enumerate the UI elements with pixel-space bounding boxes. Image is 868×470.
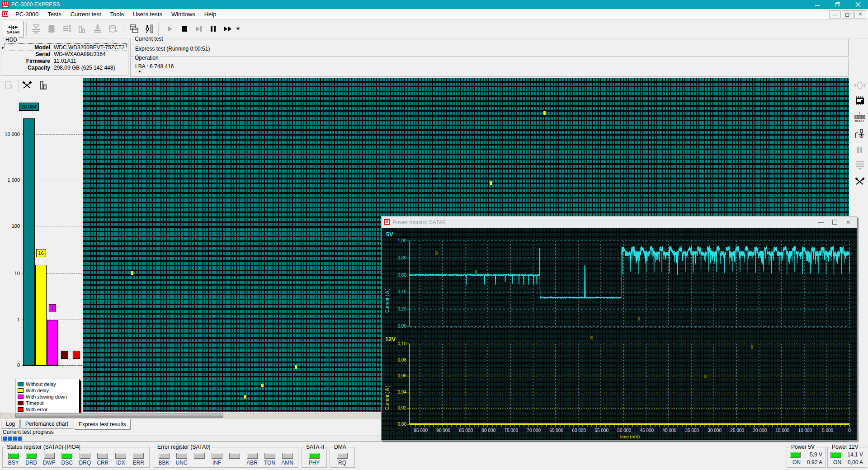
operation-caret-icon[interactable]: ▼ [138,70,142,74]
map-settings-icon[interactable] [21,80,33,91]
fast-forward-icon[interactable] [222,23,234,35]
menu-windows[interactable]: Windows [167,9,200,19]
window-title: PC-3000 EXPRESS [11,1,60,8]
menu-users-tests[interactable]: Users tests [128,9,167,19]
pm-close-icon[interactable]: ✕ [841,217,855,227]
copy-windows-icon[interactable] [127,23,140,35]
pm-dim-delay-block [475,270,477,274]
led-label: DSC [61,460,73,465]
menu-help[interactable]: Help [200,9,221,19]
led-indicator [115,453,126,459]
pm-minimize-icon[interactable]: — [814,217,828,227]
tab-perfomance-chart[interactable]: Perfomance chart [20,419,73,429]
legend-swatch [18,382,24,386]
menu-pc-3000[interactable]: PC-3000 [11,9,43,19]
calibration-tool-icon[interactable] [91,23,104,35]
dma-group: DMARQ [330,447,355,468]
pm-chart-text: -35 000 [684,428,699,433]
map-delay-block [295,365,297,369]
histogram-label-connector [52,311,53,320]
map-delay-block [244,395,246,399]
error-register-led-inf: INF [209,453,225,465]
pm-chart-text: 0,08 [398,357,407,362]
stop-icon[interactable] [178,23,191,35]
led-label: CRR [97,460,108,465]
legend-item-without-delay: Without delay [18,381,77,387]
step-forward-icon[interactable] [193,23,205,35]
led-label: RQ [338,460,346,465]
current-test-group: Current test Express test (Running 0:00:… [130,39,849,57]
defect-list-icon[interactable] [61,23,73,35]
power-12v-title: Power 12V [830,444,860,450]
pm-maximize-icon[interactable] [828,217,841,227]
power-monitor-titlebar[interactable]: Power monitor SATA0 — ✕ [382,216,857,228]
reset-icon[interactable]: 1 RESET [853,112,867,122]
child-close-icon[interactable]: ✕ [854,10,866,19]
run-options-caret-icon[interactable] [234,23,241,35]
reset-label: RESET [855,119,864,122]
task-runner-icon[interactable] [143,23,156,35]
play-icon[interactable] [164,23,176,35]
pause-icon[interactable] [207,23,220,35]
pm-chart-text: 0,20 [398,306,407,311]
legend-item-with-slowing-down: With slowing down [18,394,77,400]
power-5v-state: ON [790,459,803,465]
pm-chart-text: -20 000 [751,428,767,433]
child-restore-icon[interactable] [842,10,854,19]
error-register-led-bbk: BBK [156,453,172,465]
child-minimize-icon[interactable]: — [829,10,841,19]
tab-log[interactable]: Log [1,419,20,429]
error-register-title: Error register (SATA0) [156,444,212,450]
histogram-tool-icon[interactable] [76,23,89,35]
status-register-led-idx: IDX [113,453,128,465]
settings-tools-icon[interactable] [853,176,867,187]
legend-label: With delay [26,388,49,393]
status-register-led-bsy: BSY [6,453,21,465]
pause-power-icon[interactable] [853,146,867,154]
status-register-leds: BSYDRDDWFDSCDRQCRRIDXERR [5,453,147,465]
chip-icon[interactable] [853,96,867,106]
menu-current-test[interactable]: Current test [66,9,106,19]
pm-chart-text: -45 000 [638,428,654,433]
sata-ii-led-phy: PHY [307,453,322,465]
restore-icon[interactable] [827,0,848,9]
hdd-dropdown-caret-icon[interactable]: ▼ [1,47,5,50]
progress-segment [3,437,7,441]
histogram-label-connector [41,256,42,265]
tab-express-test-results[interactable]: Express test results [74,419,131,429]
power-sensor-icon[interactable] [853,81,867,89]
dma-leds: RQ [332,453,353,465]
histogram-bar-with-slowing-down [47,320,58,366]
pm-chart-text: 0,04 [398,390,407,395]
sata0-port-button[interactable]: SATA0 [3,21,24,38]
legend-item-timeout: Timeout [18,400,77,406]
current-test-status: Express test (Running 0:00:51) [135,46,210,52]
list-menu-icon[interactable] [853,160,867,170]
pm-chart-text: Current ( A ) [385,288,390,313]
pm-chart-text: 0,40 [398,289,407,294]
histogram-view-icon[interactable] [37,80,50,91]
minimize-icon[interactable] [807,0,827,9]
map-h-scrollbar-thumb[interactable] [15,414,223,418]
power-5v-current: 0,92 A [803,459,822,465]
pm-chart-text: -95 000 [412,428,428,433]
led-label: BBK [158,460,169,465]
pm-chart-text: -30 000 [706,428,722,433]
progress-segment [18,437,22,441]
jumper-icon[interactable] [853,128,867,140]
error-register-group: Error register (SATA0)BBKUNCINFABRTONAMN [153,447,298,468]
menu-tests[interactable]: Tests [43,9,66,19]
close-icon[interactable] [848,0,868,9]
pm-chart-text: Current ( A ) [385,385,390,410]
status-register-led-drd: DRD [24,453,39,465]
legend-item-with-error: With error [18,406,77,413]
menu-tools[interactable]: Tools [106,9,128,19]
filter-tool-icon[interactable] [30,23,42,35]
database-tool-icon[interactable] [107,23,119,35]
progress-label: Current test progress [3,429,54,435]
export-map-icon[interactable] [3,80,15,91]
operation-group: Operation LBA : 6 748 416 ▼ [130,58,849,77]
chip-tool-icon[interactable] [45,23,58,35]
histogram-value-label: 1 [49,304,56,312]
led-label: IDX [116,460,125,465]
